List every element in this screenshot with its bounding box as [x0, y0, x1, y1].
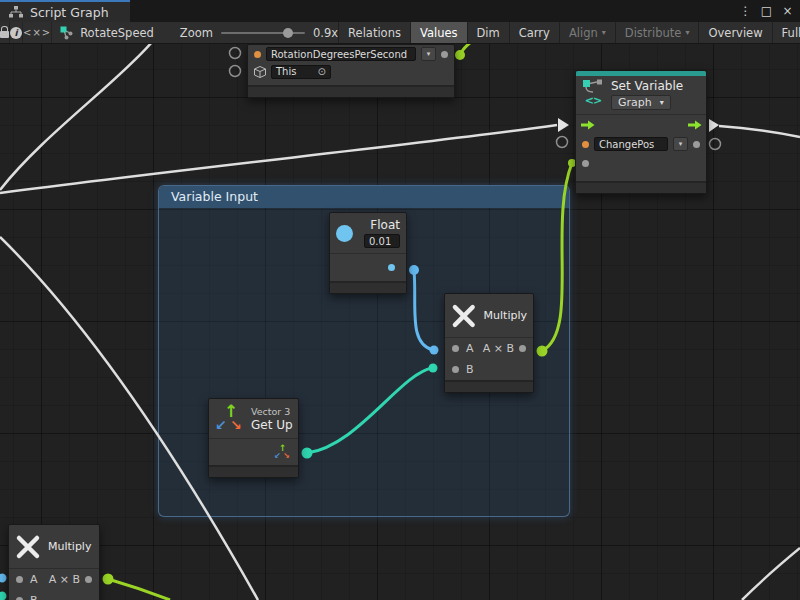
icon-column: <>	[580, 79, 606, 110]
toggle-values[interactable]: Values	[410, 22, 467, 43]
wire-white-from-set-variable[interactable]	[719, 126, 800, 137]
tab-script-graph[interactable]: Script Graph	[0, 0, 130, 22]
toggle-relations[interactable]: Relations	[338, 22, 410, 43]
blue-connection-dot[interactable]	[0, 574, 7, 583]
vector3-output-port[interactable]: ↑ ↙ ↘	[274, 444, 291, 461]
output-row	[330, 253, 406, 281]
multiply-body: A A × B B	[9, 568, 99, 600]
input-b-label: B	[466, 363, 474, 376]
button-full-screen[interactable]: Full Screen	[772, 22, 800, 43]
object-port[interactable]	[254, 51, 261, 58]
graph-toolbar: i <×> RotateSpeed Zoom 0.9x Relations Va…	[0, 22, 800, 44]
menu-align[interactable]: Align▾	[559, 22, 615, 43]
node-title: Multiply	[48, 540, 91, 553]
result-output-port[interactable]	[519, 345, 526, 352]
zoom-slider[interactable]	[221, 32, 305, 34]
value-output-port[interactable]	[441, 51, 448, 58]
value-output-port[interactable]	[693, 141, 700, 148]
flow-output-arrow-icon[interactable]	[687, 120, 702, 130]
teal-connection-dot[interactable]	[0, 592, 7, 600]
header-main: Float 0.01	[364, 218, 400, 248]
lock-button[interactable]	[0, 22, 10, 43]
flow-input-arrow-icon[interactable]	[580, 120, 595, 130]
input-b-row: B	[445, 359, 533, 380]
variable-dropdown-button[interactable]: ▾	[421, 47, 436, 61]
scope-dropdown[interactable]: Graph ▾	[611, 95, 671, 110]
vector3-icon: ↑ ↙ ↘	[214, 403, 246, 435]
flow-out-arrowhead[interactable]	[709, 119, 719, 132]
value-input-port[interactable]	[582, 160, 589, 167]
blue-connection-dot[interactable]	[430, 346, 439, 355]
unconnected-port-circle[interactable]	[710, 139, 721, 150]
wire-teal-getup-to-multiply[interactable]	[307, 368, 432, 453]
toolbar-toggles: Relations Values Dim Carry Align▾ Distri…	[338, 22, 800, 43]
variable-name-field[interactable]: RotationDegreesPerSecond	[266, 47, 416, 61]
wire-green-multiply-bottom-output[interactable]	[108, 579, 170, 600]
zoom-slider-handle[interactable]	[283, 28, 293, 38]
node-vector3-get-up[interactable]: ↑ ↙ ↘ Vector 3 Get Up ↑ ↙ ↘	[208, 398, 299, 478]
maximize-icon[interactable]: □	[758, 2, 775, 20]
input-b-label: B	[30, 594, 38, 600]
input-b-port[interactable]	[452, 366, 459, 373]
output-row: ↑ ↙ ↘	[209, 438, 298, 465]
wire-white-bottom-right[interactable]	[742, 548, 800, 600]
output-label: A × B	[483, 342, 514, 355]
node-multiply[interactable]: Multiply A A × B B	[444, 293, 534, 393]
menu-dots-icon[interactable]: ⋮	[737, 2, 754, 20]
node-multiply-bottom[interactable]: Multiply A A × B B	[8, 524, 100, 600]
toggle-carry[interactable]: Carry	[509, 22, 559, 43]
multiply-x-icon	[15, 534, 41, 560]
node-float-literal[interactable]: Float 0.01	[329, 212, 407, 294]
breadcrumb-graph[interactable]: RotateSpeed	[52, 22, 164, 43]
green-connection-dot[interactable]	[455, 50, 465, 60]
code-preview-button[interactable]: <×>	[23, 22, 52, 43]
wire-blue-float-to-multiply[interactable]	[414, 270, 433, 350]
multiply-header: Multiply	[9, 525, 99, 568]
zoom-value: 0.9x	[313, 26, 338, 40]
get-up-header: ↑ ↙ ↘ Vector 3 Get Up	[209, 399, 298, 438]
input-a-row: A A × B	[445, 338, 533, 359]
input-a-label: A	[30, 573, 38, 586]
toggle-dim[interactable]: Dim	[467, 22, 509, 43]
input-a-port[interactable]	[16, 576, 23, 583]
node-title: Get Up	[251, 418, 293, 432]
code-brackets-icon: <>	[585, 95, 601, 106]
object-picker-icon[interactable]: ⊙	[318, 66, 326, 78]
down-right-arrow-icon: ↘	[283, 452, 290, 460]
multiply-header: Multiply	[445, 294, 533, 337]
node-set-variable[interactable]: <> Set Variable Graph ▾	[575, 70, 707, 194]
close-icon[interactable]: ×	[779, 2, 796, 20]
result-output-port[interactable]	[85, 576, 92, 583]
variable-name-row: ChangePos ▾	[576, 134, 706, 154]
float-output-port[interactable]	[388, 264, 395, 271]
menu-distribute[interactable]: Distribute▾	[615, 22, 699, 43]
wire-white-into-set-variable[interactable]	[0, 125, 557, 193]
green-connection-dot[interactable]	[103, 574, 114, 585]
output-label: A × B	[49, 573, 80, 586]
teal-connection-dot[interactable]	[302, 448, 313, 459]
button-overview[interactable]: Overview	[698, 22, 771, 43]
node-get-variable[interactable]: RotationDegreesPerSecond ▾ This ⊙	[247, 44, 455, 98]
unconnected-port-circle[interactable]	[557, 137, 568, 148]
unconnected-port-circle[interactable]	[230, 48, 241, 59]
teal-connection-dot[interactable]	[429, 364, 438, 373]
target-field[interactable]: This ⊙	[271, 65, 331, 79]
graph-canvas[interactable]: Variable Input	[0, 44, 800, 600]
variable-dropdown-button[interactable]: ▾	[673, 137, 688, 151]
input-a-port[interactable]	[452, 345, 459, 352]
variable-name-field[interactable]: ChangePos	[594, 137, 668, 151]
variable-port[interactable]	[582, 141, 589, 148]
unconnected-port-circle[interactable]	[230, 66, 241, 77]
node-footer	[445, 380, 533, 392]
code-icon: <×>	[23, 27, 51, 38]
multiply-x-icon	[451, 303, 477, 329]
breadcrumb-label: RotateSpeed	[80, 26, 154, 40]
info-button[interactable]: i	[10, 22, 23, 43]
float-value-field[interactable]: 0.01	[364, 234, 400, 248]
wire-white-top-left[interactable]	[0, 44, 152, 190]
blue-connection-dot[interactable]	[409, 265, 419, 275]
green-connection-dot[interactable]	[537, 346, 548, 357]
zoom-label: Zoom	[180, 26, 213, 40]
wire-green-multiply-to-set-variable[interactable]	[542, 163, 572, 351]
flow-in-arrowhead[interactable]	[558, 118, 569, 132]
